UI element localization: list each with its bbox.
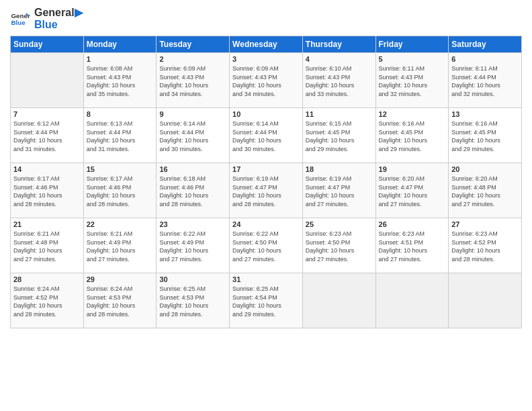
day-info: Sunrise: 6:21 AM Sunset: 4:49 PM Dayligh… — [87, 230, 154, 263]
day-info: Sunrise: 6:14 AM Sunset: 4:44 PM Dayligh… — [159, 120, 226, 153]
day-info: Sunrise: 6:11 AM Sunset: 4:44 PM Dayligh… — [451, 64, 519, 98]
day-number: 10 — [232, 110, 300, 118]
day-number: 22 — [87, 220, 154, 228]
logo-icon: General Blue — [10, 9, 30, 29]
day-number: 8 — [87, 110, 154, 118]
calendar-cell: 24Sunrise: 6:22 AM Sunset: 4:50 PM Dayli… — [230, 218, 303, 273]
day-number: 27 — [451, 220, 519, 228]
day-number: 20 — [451, 165, 519, 173]
weekday-header-wednesday: Wednesday — [230, 36, 303, 53]
calendar-week-0: 1Sunrise: 6:08 AM Sunset: 4:43 PM Daylig… — [11, 53, 522, 108]
day-number: 28 — [13, 275, 81, 283]
day-number: 12 — [379, 110, 446, 118]
calendar-cell: 13Sunrise: 6:16 AM Sunset: 4:45 PM Dayli… — [449, 108, 522, 163]
calendar-cell: 27Sunrise: 6:23 AM Sunset: 4:52 PM Dayli… — [449, 218, 522, 273]
calendar-cell: 2Sunrise: 6:09 AM Sunset: 4:43 PM Daylig… — [157, 53, 230, 108]
svg-text:Blue: Blue — [11, 19, 26, 26]
day-info: Sunrise: 6:20 AM Sunset: 4:48 PM Dayligh… — [451, 175, 519, 208]
day-number: 9 — [159, 110, 226, 118]
day-info: Sunrise: 6:11 AM Sunset: 4:43 PM Dayligh… — [379, 64, 446, 98]
day-info: Sunrise: 6:25 AM Sunset: 4:54 PM Dayligh… — [232, 285, 300, 318]
calendar-cell: 7Sunrise: 6:12 AM Sunset: 4:44 PM Daylig… — [11, 108, 84, 163]
day-number: 5 — [379, 55, 446, 63]
calendar-cell: 28Sunrise: 6:24 AM Sunset: 4:52 PM Dayli… — [11, 273, 84, 328]
day-info: Sunrise: 6:22 AM Sunset: 4:49 PM Dayligh… — [159, 230, 226, 263]
day-info: Sunrise: 6:12 AM Sunset: 4:44 PM Dayligh… — [13, 120, 81, 153]
day-info: Sunrise: 6:13 AM Sunset: 4:44 PM Dayligh… — [87, 120, 154, 153]
logo-line1: General▶ — [34, 7, 83, 19]
calendar-cell: 25Sunrise: 6:23 AM Sunset: 4:50 PM Dayli… — [302, 218, 375, 273]
day-number: 26 — [379, 220, 446, 228]
day-number: 23 — [159, 220, 226, 228]
calendar-cell: 18Sunrise: 6:19 AM Sunset: 4:47 PM Dayli… — [302, 163, 375, 218]
calendar-cell: 19Sunrise: 6:20 AM Sunset: 4:47 PM Dayli… — [375, 163, 449, 218]
day-info: Sunrise: 6:22 AM Sunset: 4:50 PM Dayligh… — [232, 230, 300, 263]
calendar-cell: 10Sunrise: 6:14 AM Sunset: 4:44 PM Dayli… — [230, 108, 303, 163]
day-info: Sunrise: 6:23 AM Sunset: 4:51 PM Dayligh… — [379, 230, 446, 263]
calendar-cell: 26Sunrise: 6:23 AM Sunset: 4:51 PM Dayli… — [375, 218, 449, 273]
calendar-week-1: 7Sunrise: 6:12 AM Sunset: 4:44 PM Daylig… — [11, 108, 522, 163]
svg-text:General: General — [11, 11, 31, 19]
day-number: 19 — [379, 165, 446, 173]
day-number: 7 — [13, 110, 81, 118]
day-number: 14 — [13, 165, 81, 173]
day-info: Sunrise: 6:24 AM Sunset: 4:52 PM Dayligh… — [13, 285, 81, 318]
day-number: 13 — [451, 110, 519, 118]
day-info: Sunrise: 6:16 AM Sunset: 4:45 PM Dayligh… — [379, 120, 446, 153]
calendar-cell: 21Sunrise: 6:21 AM Sunset: 4:48 PM Dayli… — [11, 218, 84, 273]
calendar-cell: 15Sunrise: 6:17 AM Sunset: 4:46 PM Dayli… — [83, 163, 157, 218]
calendar-cell: 11Sunrise: 6:15 AM Sunset: 4:45 PM Dayli… — [302, 108, 375, 163]
calendar-cell: 5Sunrise: 6:11 AM Sunset: 4:43 PM Daylig… — [375, 53, 449, 108]
calendar-cell: 3Sunrise: 6:09 AM Sunset: 4:43 PM Daylig… — [230, 53, 303, 108]
day-info: Sunrise: 6:25 AM Sunset: 4:53 PM Dayligh… — [159, 285, 226, 318]
day-number: 30 — [159, 275, 226, 283]
day-number: 25 — [306, 220, 373, 228]
logo-line2: Blue — [34, 19, 83, 31]
calendar-cell: 30Sunrise: 6:25 AM Sunset: 4:53 PM Dayli… — [157, 273, 230, 328]
weekday-header-thursday: Thursday — [302, 36, 375, 53]
day-number: 16 — [159, 165, 226, 173]
day-info: Sunrise: 6:09 AM Sunset: 4:43 PM Dayligh… — [159, 64, 226, 98]
calendar-cell: 17Sunrise: 6:19 AM Sunset: 4:47 PM Dayli… — [230, 163, 303, 218]
day-number: 2 — [159, 55, 226, 63]
calendar-week-3: 21Sunrise: 6:21 AM Sunset: 4:48 PM Dayli… — [11, 218, 522, 273]
calendar-week-4: 28Sunrise: 6:24 AM Sunset: 4:52 PM Dayli… — [11, 273, 522, 328]
day-info: Sunrise: 6:17 AM Sunset: 4:46 PM Dayligh… — [87, 175, 154, 208]
day-number: 3 — [232, 55, 300, 63]
day-info: Sunrise: 6:14 AM Sunset: 4:44 PM Dayligh… — [232, 120, 300, 153]
day-info: Sunrise: 6:17 AM Sunset: 4:46 PM Dayligh… — [13, 175, 81, 208]
day-number: 1 — [87, 55, 154, 63]
day-info: Sunrise: 6:16 AM Sunset: 4:45 PM Dayligh… — [451, 120, 519, 153]
day-number: 15 — [87, 165, 154, 173]
weekday-header-sunday: Sunday — [11, 36, 84, 53]
day-number: 17 — [232, 165, 300, 173]
calendar-cell: 14Sunrise: 6:17 AM Sunset: 4:46 PM Dayli… — [11, 163, 84, 218]
day-info: Sunrise: 6:18 AM Sunset: 4:46 PM Dayligh… — [159, 175, 226, 208]
weekday-header-saturday: Saturday — [449, 36, 522, 53]
calendar-cell: 4Sunrise: 6:10 AM Sunset: 4:43 PM Daylig… — [302, 53, 375, 108]
calendar-cell — [11, 53, 84, 108]
day-number: 29 — [87, 275, 154, 283]
day-info: Sunrise: 6:19 AM Sunset: 4:47 PM Dayligh… — [232, 175, 300, 208]
day-number: 24 — [232, 220, 300, 228]
calendar-cell — [375, 273, 449, 328]
day-info: Sunrise: 6:23 AM Sunset: 4:52 PM Dayligh… — [451, 230, 519, 263]
calendar-cell: 8Sunrise: 6:13 AM Sunset: 4:44 PM Daylig… — [83, 108, 157, 163]
weekday-header-friday: Friday — [375, 36, 449, 53]
calendar-cell: 9Sunrise: 6:14 AM Sunset: 4:44 PM Daylig… — [157, 108, 230, 163]
day-info: Sunrise: 6:24 AM Sunset: 4:53 PM Dayligh… — [87, 285, 154, 318]
calendar-cell: 12Sunrise: 6:16 AM Sunset: 4:45 PM Dayli… — [375, 108, 449, 163]
weekday-header-monday: Monday — [83, 36, 157, 53]
main-container: General Blue General▶ Blue SundayMondayT… — [0, 0, 532, 335]
weekday-header-tuesday: Tuesday — [157, 36, 230, 53]
calendar-cell: 6Sunrise: 6:11 AM Sunset: 4:44 PM Daylig… — [449, 53, 522, 108]
calendar-cell: 29Sunrise: 6:24 AM Sunset: 4:53 PM Dayli… — [83, 273, 157, 328]
calendar-cell: 20Sunrise: 6:20 AM Sunset: 4:48 PM Dayli… — [449, 163, 522, 218]
day-number: 11 — [306, 110, 373, 118]
day-info: Sunrise: 6:09 AM Sunset: 4:43 PM Dayligh… — [232, 64, 300, 98]
day-info: Sunrise: 6:15 AM Sunset: 4:45 PM Dayligh… — [306, 120, 373, 153]
calendar-table: SundayMondayTuesdayWednesdayThursdayFrid… — [10, 36, 522, 328]
day-number: 21 — [13, 220, 81, 228]
calendar-cell: 16Sunrise: 6:18 AM Sunset: 4:46 PM Dayli… — [157, 163, 230, 218]
day-info: Sunrise: 6:19 AM Sunset: 4:47 PM Dayligh… — [306, 175, 373, 208]
